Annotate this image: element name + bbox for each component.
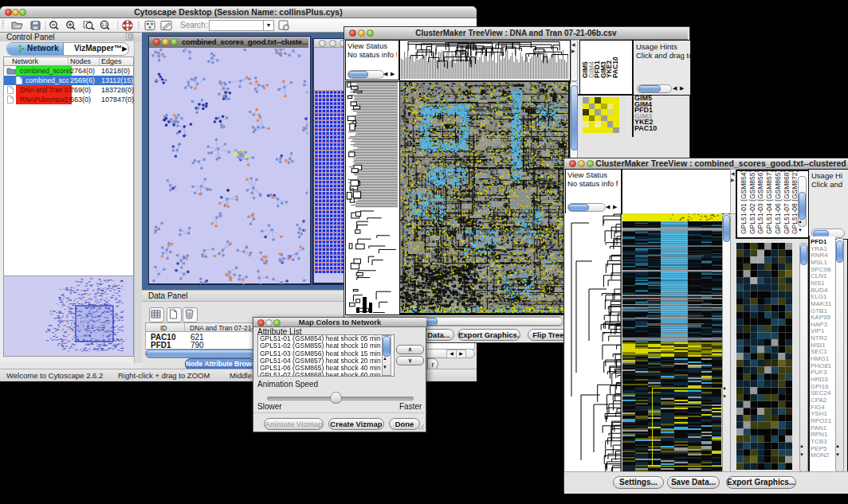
svg-text:1:1: 1:1 — [102, 22, 108, 27]
